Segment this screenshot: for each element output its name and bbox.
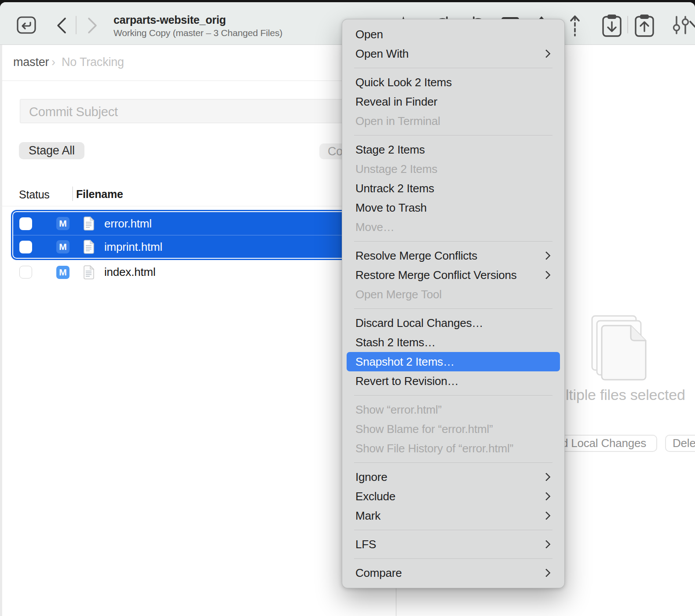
menu-separator xyxy=(354,241,552,242)
menu-item-unstage: Unstage 2 Items xyxy=(342,159,564,179)
table-row[interactable]: M error.html xyxy=(13,212,391,235)
menu-item-discard-local-changes[interactable]: Discard Local Changes… xyxy=(342,313,564,333)
dashed-up-arrow-icon[interactable] xyxy=(569,15,581,37)
app-window: carparts-website_orig Working Copy (mast… xyxy=(0,2,695,616)
menu-item-show-blame: Show Blame for “error.html” xyxy=(342,419,564,439)
column-header-status[interactable]: Status xyxy=(19,188,50,201)
document-icon xyxy=(83,240,95,254)
filename: imprint.html xyxy=(104,240,162,254)
status-badge: M xyxy=(56,217,70,230)
menu-item-restore-merge-conflict-versions[interactable]: Restore Merge Conflict Versions xyxy=(342,265,564,285)
row-checkbox[interactable] xyxy=(19,217,32,230)
window-left-edge xyxy=(0,45,2,616)
menu-item-revert-to-revision[interactable]: Revert to Revision… xyxy=(342,371,564,391)
column-header-filename[interactable]: Filename xyxy=(76,188,123,201)
status-badge: M xyxy=(56,240,70,253)
menu-item-exclude[interactable]: Exclude xyxy=(342,487,564,506)
back-chevron-icon[interactable] xyxy=(56,17,67,34)
menu-separator xyxy=(354,135,552,136)
menu-item-untrack[interactable]: Untrack 2 Items xyxy=(342,179,564,198)
context-menu: Open Open With Quick Look 2 Items Reveal… xyxy=(342,19,565,588)
stage-all-button[interactable]: Stage All xyxy=(19,142,84,159)
multiple-files-stack-icon xyxy=(589,312,650,385)
menu-item-show-file: Show “error.html” xyxy=(342,400,564,419)
breadcrumb-branch[interactable]: master xyxy=(13,55,49,69)
selected-rows-group: M error.html M xyxy=(11,210,393,260)
submenu-chevron-icon xyxy=(542,251,551,260)
menu-item-move-to-trash[interactable]: Move to Trash xyxy=(342,198,564,217)
menu-separator xyxy=(354,395,552,396)
column-divider[interactable] xyxy=(72,187,73,201)
menu-item-move: Move… xyxy=(342,217,564,237)
clipboard-arrow-down-icon[interactable] xyxy=(601,14,622,37)
menu-item-snapshot[interactable]: Snapshot 2 Items… xyxy=(347,352,560,371)
menu-separator xyxy=(354,530,552,530)
menu-item-open-with[interactable]: Open With xyxy=(342,44,564,63)
menu-item-mark[interactable]: Mark xyxy=(342,506,564,525)
submenu-chevron-icon xyxy=(542,540,551,549)
status-badge: M xyxy=(56,266,70,279)
commit-subject-input[interactable]: Commit Subject xyxy=(20,99,378,123)
menu-item-open[interactable]: Open xyxy=(342,25,564,44)
menu-item-lfs[interactable]: LFS xyxy=(342,535,564,554)
menu-item-quick-look[interactable]: Quick Look 2 Items xyxy=(342,73,564,92)
submenu-chevron-icon xyxy=(542,511,551,520)
clipboard-arrow-up-icon[interactable] xyxy=(634,14,655,37)
breadcrumb-chevron-icon: › xyxy=(51,55,55,69)
document-icon xyxy=(83,216,95,231)
menu-item-open-in-terminal: Open in Terminal xyxy=(342,111,564,131)
toolbar-divider xyxy=(76,16,77,34)
window-title: carparts-website_orig xyxy=(113,14,226,26)
branch-breadcrumb-bar: master › No Tracking xyxy=(0,45,396,81)
menu-item-stage[interactable]: Stage 2 Items xyxy=(342,140,564,159)
toolbar-divider xyxy=(627,16,628,33)
menu-separator xyxy=(354,308,552,309)
submenu-chevron-icon xyxy=(542,568,551,577)
filename: index.html xyxy=(104,265,156,279)
table-header-underline xyxy=(0,206,396,206)
workspace-folder-return-icon[interactable] xyxy=(17,16,36,34)
document-icon xyxy=(83,265,95,279)
chevron-down-icon[interactable] xyxy=(689,19,695,30)
table-row[interactable]: M imprint.html xyxy=(13,235,391,258)
breadcrumb-tracking[interactable]: No Tracking xyxy=(62,55,124,69)
discard-local-changes-button[interactable]: d Local Changes xyxy=(551,435,657,452)
menu-item-compare[interactable]: Compare xyxy=(342,563,564,583)
submenu-chevron-icon xyxy=(542,271,551,279)
delete-button[interactable]: Dele xyxy=(665,435,695,452)
menu-separator xyxy=(354,68,552,68)
menu-separator xyxy=(354,558,552,559)
submenu-chevron-icon xyxy=(542,49,551,58)
forward-chevron-icon[interactable] xyxy=(87,17,98,34)
menu-item-reveal-in-finder[interactable]: Reveal in Finder xyxy=(342,92,564,111)
menu-item-resolve-merge-conflicts[interactable]: Resolve Merge Conflicts xyxy=(342,246,564,265)
table-row[interactable]: M index.html xyxy=(11,260,393,284)
window-subtitle: Working Copy (master – 3 Changed Files) xyxy=(113,28,282,38)
submenu-chevron-icon xyxy=(542,473,551,481)
row-checkbox[interactable] xyxy=(19,266,32,279)
row-checkbox[interactable] xyxy=(19,241,32,253)
submenu-chevron-icon xyxy=(542,492,551,501)
commit-subject-placeholder: Commit Subject xyxy=(29,105,118,119)
menu-item-show-file-history: Show File History of “error.html” xyxy=(342,439,564,458)
filename: error.html xyxy=(104,217,152,231)
menu-separator xyxy=(354,462,552,463)
screen: carparts-website_orig Working Copy (mast… xyxy=(0,0,695,616)
menu-item-ignore[interactable]: Ignore xyxy=(342,467,564,487)
menu-item-open-merge-tool: Open Merge Tool xyxy=(342,285,564,304)
menu-item-stash[interactable]: Stash 2 Items… xyxy=(342,333,564,352)
selection-message: ltiple files selected xyxy=(566,386,685,403)
